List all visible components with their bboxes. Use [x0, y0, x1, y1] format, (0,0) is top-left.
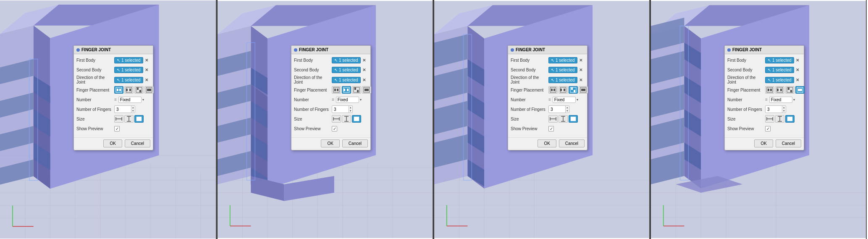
placement-icon-1-3[interactable] — [559, 86, 568, 94]
placement-icon-2-1[interactable] — [134, 86, 144, 94]
size-icon-1-1[interactable] — [124, 115, 134, 123]
svg-rect-88 — [347, 89, 349, 91]
spin-up-3[interactable]: ▴ — [566, 106, 569, 109]
placement-icon-3-1[interactable] — [144, 86, 154, 94]
number-select-3[interactable]: Fixed — [553, 97, 576, 103]
number-select-2[interactable]: Fixed — [336, 97, 359, 103]
svg-rect-176 — [770, 89, 772, 91]
placement-icon-3-2[interactable] — [362, 86, 371, 94]
spin-down-3[interactable]: ▾ — [566, 109, 569, 113]
second-body-selected-btn-3[interactable]: ↖ 1 selected — [548, 67, 577, 73]
direction-selected-btn-2[interactable]: ↖ 1 selected — [332, 77, 361, 83]
direction-selected-btn-4[interactable]: ↖ 1 selected — [765, 77, 794, 83]
placement-icon-1-4[interactable] — [775, 86, 784, 94]
placement-icon-2-2[interactable] — [352, 86, 361, 94]
size-icon-0-1[interactable] — [114, 115, 123, 123]
select-arrow-1: ▾ — [142, 98, 144, 102]
direction-clear-btn-4[interactable]: ✕ — [795, 77, 800, 83]
direction-clear-btn-3[interactable]: ✕ — [578, 77, 583, 83]
first-body-clear-btn-2[interactable]: ✕ — [362, 58, 367, 63]
direction-label-1: Direction of the Joint — [76, 75, 114, 84]
size-icon-0-3[interactable] — [548, 115, 558, 123]
spin-up-4[interactable]: ▴ — [782, 106, 786, 109]
second-body-clear-btn-3[interactable]: ✕ — [578, 67, 583, 73]
size-icon-2-3[interactable] — [569, 115, 578, 123]
placement-icon-0-2[interactable] — [332, 86, 341, 94]
svg-rect-39 — [139, 90, 141, 92]
first-body-clear-btn-3[interactable]: ✕ — [578, 58, 583, 63]
second-body-selected-btn-1[interactable]: ↖ 1 selected — [114, 67, 143, 73]
size-icon-1-3[interactable] — [559, 115, 568, 123]
first-body-selected-btn-1[interactable]: ↖ 1 selected — [114, 57, 143, 63]
spin-down-4[interactable]: ▾ — [782, 109, 786, 113]
cancel-btn-3[interactable]: Cancel — [559, 139, 585, 147]
size-label-2: Size — [294, 117, 332, 121]
num-fingers-spinbox-2[interactable]: 3 ▴ ▾ — [332, 105, 353, 113]
ok-btn-3[interactable]: OK — [538, 139, 556, 147]
svg-rect-135 — [571, 87, 573, 90]
second-body-selected-btn-4[interactable]: ↖ 1 selected — [765, 67, 794, 73]
number-row-2: Number = Fixed ▾ — [294, 95, 368, 104]
spinbox-arrows-4: ▴ ▾ — [782, 106, 786, 113]
show-preview-checkbox-3[interactable] — [548, 126, 554, 131]
num-fingers-spinbox-4[interactable]: 3 ▴ ▾ — [765, 105, 786, 113]
size-icon-1-2[interactable] — [342, 115, 351, 123]
first-body-selected-btn-2[interactable]: ↖ 1 selected — [332, 57, 361, 63]
svg-rect-87 — [344, 89, 345, 91]
second-body-clear-btn-2[interactable]: ✕ — [362, 67, 367, 73]
first-body-label-1: First Body — [76, 58, 114, 63]
show-preview-checkbox-4[interactable] — [765, 126, 771, 131]
spin-down-1[interactable]: ▾ — [131, 109, 135, 113]
size-icon-2-2[interactable] — [352, 115, 361, 123]
direction-selected-text-1: 1 selected — [121, 78, 141, 82]
second-body-selected-text-1: 1 selected — [121, 68, 141, 72]
placement-icon-0-4[interactable] — [765, 86, 774, 94]
spin-up-1[interactable]: ▴ — [131, 106, 135, 109]
svg-rect-84 — [334, 89, 336, 91]
direction-clear-btn-2[interactable]: ✕ — [362, 77, 367, 83]
show-preview-checkbox-1[interactable] — [114, 126, 120, 131]
cancel-btn-1[interactable]: Cancel — [125, 139, 150, 147]
placement-icon-2-3[interactable] — [569, 86, 578, 94]
cursor-icon-12: ↖ — [768, 78, 771, 82]
ok-btn-2[interactable]: OK — [321, 139, 339, 147]
placement-icon-0-3[interactable] — [548, 86, 558, 94]
second-body-clear-btn-1[interactable]: ✕ — [144, 67, 149, 73]
show-preview-checkbox-2[interactable] — [332, 126, 337, 131]
placement-icon-2-4[interactable] — [785, 86, 795, 94]
second-body-clear-btn-4[interactable]: ✕ — [795, 67, 800, 73]
first-body-selected-btn-4[interactable]: ↖ 1 selected — [765, 57, 794, 63]
number-select-4[interactable]: Fixed — [769, 97, 792, 103]
placement-icon-1-2[interactable] — [342, 86, 351, 94]
second-body-selected-btn-2[interactable]: ↖ 1 selected — [332, 67, 361, 73]
size-icon-0-4[interactable] — [765, 115, 774, 123]
cancel-btn-2[interactable]: Cancel — [342, 139, 368, 147]
svg-rect-32 — [117, 89, 118, 91]
number-value-4: = Fixed ▾ — [765, 97, 795, 103]
size-icon-0-2[interactable] — [332, 115, 341, 123]
size-icon-2-4[interactable] — [785, 115, 795, 123]
first-body-selected-btn-3[interactable]: ↖ 1 selected — [548, 57, 577, 63]
first-body-clear-btn-4[interactable]: ✕ — [795, 58, 800, 63]
dialog-body-4: First Body ↖ 1 selected ✕ Second Body ↖ … — [725, 54, 804, 136]
spin-down-2[interactable]: ▾ — [349, 109, 352, 113]
first-body-clear-btn-1[interactable]: ✕ — [144, 58, 149, 63]
placement-icon-1-1[interactable] — [124, 86, 134, 94]
placement-icon-3-3[interactable] — [579, 86, 588, 94]
size-icons-2 — [332, 115, 361, 123]
num-fingers-spinbox-3[interactable]: 3 ▴ ▾ — [548, 105, 569, 113]
number-select-1[interactable]: Fixed — [118, 97, 142, 103]
direction-selected-btn-3[interactable]: ↖ 1 selected — [548, 77, 577, 83]
placement-icon-0-1[interactable] — [114, 86, 123, 94]
ok-btn-1[interactable]: OK — [103, 139, 122, 147]
spin-up-2[interactable]: ▴ — [349, 106, 352, 109]
dialog-title-1: FINGER JOINT — [74, 46, 153, 54]
placement-icon-3-4[interactable] — [795, 86, 805, 94]
size-icon-1-4[interactable] — [775, 115, 784, 123]
size-icon-2-1[interactable] — [134, 115, 144, 123]
direction-clear-btn-1[interactable]: ✕ — [144, 77, 149, 83]
direction-selected-btn-1[interactable]: ↖ 1 selected — [114, 77, 143, 83]
cancel-btn-4[interactable]: Cancel — [776, 139, 801, 147]
num-fingers-spinbox-1[interactable]: 3 ▴ ▾ — [114, 105, 135, 113]
ok-btn-4[interactable]: OK — [754, 139, 773, 147]
